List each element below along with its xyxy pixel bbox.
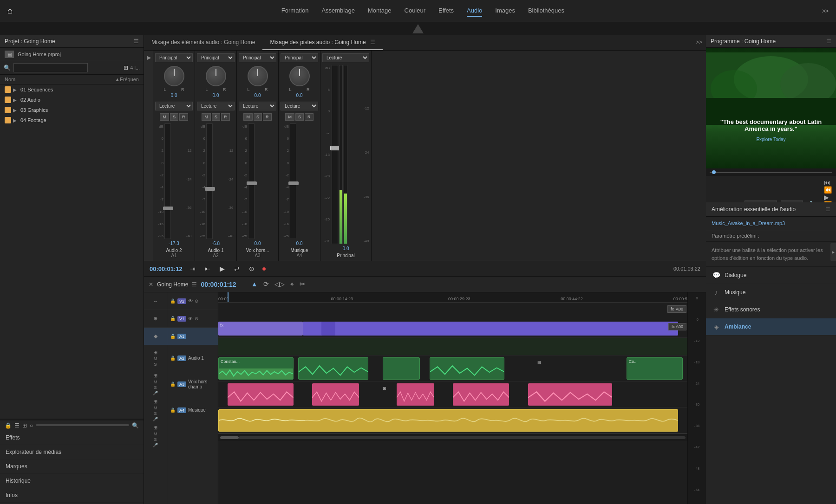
panel-item-effets[interactable]: Effets [0,431,144,445]
clip-a2-3[interactable] [383,357,420,380]
track-tool-1[interactable]: ↔ [153,298,158,304]
grid-view-icon[interactable]: ⊞ [124,65,128,71]
tab-menu-icon[interactable]: ☰ [370,39,375,45]
track-icon-m2[interactable]: M [154,380,157,384]
tab-mixage-elements[interactable]: Mixage des éléments audio : Going Home [144,35,262,50]
clip-a3-1[interactable] [228,383,293,406]
tag-dialogue-button[interactable]: 💬 Dialogue [706,267,836,284]
grid-icon[interactable]: ⊞ [22,422,27,429]
list-item[interactable]: ▶ 04 Footage [0,115,144,125]
list-item[interactable]: ▶ 03 Graphics [0,105,144,115]
mixer-expand-arrow[interactable]: ▶ [144,51,153,261]
mixer-more-icon[interactable]: >> [692,35,706,50]
tag-ambiance-button[interactable]: ◈ Ambiance [706,318,836,336]
clip-a2-5[interactable]: Co... [627,357,683,380]
list-item[interactable]: ▶ 02 Audio [0,95,144,105]
program-menu-icon[interactable]: ☰ [826,38,831,45]
nav-bibliotheques[interactable]: Bibliothèques [528,5,564,17]
solo-button-a3[interactable]: S [254,113,262,121]
transport-out-point[interactable]: ⇤ [203,264,212,273]
list-item[interactable]: ▶ 01 Sequences [0,84,144,95]
project-file-row[interactable]: ▤ Going Home.prproj [0,48,144,61]
clip-v1-1[interactable]: fx [218,322,303,336]
record-button-a1[interactable]: R [179,113,188,121]
fader-handle-a3[interactable] [247,181,257,185]
transport-loop[interactable]: ⇄ [232,264,242,273]
track-icon-s[interactable]: S [154,362,157,367]
nav-formation[interactable]: Formation [281,5,309,17]
track-icon-m[interactable]: M [154,356,157,361]
folder-toggle[interactable]: ▶ [13,118,19,123]
tool-rate[interactable]: ⌖ [288,279,296,289]
clip-a3-5[interactable] [528,383,613,406]
record-button-a3[interactable]: R [263,113,272,121]
lock-icon-v2[interactable]: 🔒 [170,298,176,304]
nav-images[interactable]: Images [495,5,515,17]
sort-icon[interactable]: ▲ [115,77,120,82]
clip-a3-3[interactable] [397,383,434,406]
solo-button-a2[interactable]: S [212,113,220,121]
mute-button-a4[interactable]: M [285,113,294,121]
tag-musique-button[interactable]: ♪ Musique [706,284,836,301]
clip-a2-2[interactable] [298,357,369,380]
folder-toggle[interactable]: ▶ [13,97,19,103]
track-tool-2[interactable]: ⊕ [153,316,157,322]
fader-handle-a2[interactable] [205,187,215,191]
clip-a4-music[interactable] [218,409,678,432]
panel-item-marques[interactable]: Marques [0,459,144,474]
search-icon-2[interactable]: 🔍 [132,422,139,429]
lock-icon-v1[interactable]: 🔒 [170,316,176,321]
knob-a3[interactable] [248,66,268,86]
channel-a1-main-dropdown[interactable]: Principal [155,53,193,62]
mic-icon-2[interactable]: 🎤 [153,417,158,421]
channel-a2-main-dropdown[interactable]: Principal [197,53,235,62]
channel-a2-send-dropdown[interactable]: Lecture [197,102,235,110]
tool-razor[interactable]: ✂ [298,279,307,289]
eye-icon-v1[interactable]: 👁 [188,316,193,321]
mute-button-a1[interactable]: M [160,113,169,121]
lock-icon[interactable]: 🔒 [5,422,12,429]
knob-a1[interactable] [164,66,184,86]
list-view-icon[interactable]: ☰ [14,422,20,429]
clip-a3-4[interactable] [453,383,509,406]
mute-button-a3[interactable]: M [243,113,253,121]
track-tool-4[interactable]: ⊞ [153,349,157,355]
scroll-track[interactable] [239,436,686,439]
timeline-menu-icon[interactable]: ☰ [192,281,197,288]
track-icon-s3[interactable]: S [154,411,157,416]
solo-button-a4[interactable]: S [295,113,304,121]
nav-audio[interactable]: Audio [467,5,482,17]
channel-a4-send-dropdown[interactable]: Lecture [281,102,318,110]
scroll-thumb[interactable] [220,436,239,439]
sync-icon-v2[interactable]: ⊙ [195,298,198,304]
transport-play[interactable]: ▶ [218,264,227,273]
record-button-a2[interactable]: R [221,113,230,121]
track-icon-s2[interactable]: S [154,385,157,390]
channel-a3-send-dropdown[interactable]: Lecture [239,102,276,110]
lock-icon-a2[interactable]: 🔒 [170,355,176,361]
track-tool-6[interactable]: ⊞ [153,399,157,405]
project-menu-icon[interactable]: ☰ [134,38,139,45]
track-tool-5[interactable]: ⊞ [153,373,157,379]
lock-icon-a1[interactable]: 🔒 [170,334,176,339]
home-icon[interactable]: ⌂ [7,6,13,16]
panel-expand-tab[interactable]: ▶ [830,243,836,261]
lock-icon-a3[interactable]: 🔒 [170,381,176,387]
knob-a2[interactable] [206,66,226,86]
tool-ripple[interactable]: ⟳ [261,279,271,289]
clip-a2-1[interactable]: Constan... [218,357,294,380]
tag-effets-button[interactable]: ✳ Effets sonores [706,301,836,318]
panel-item-infos[interactable]: Infos [0,488,144,503]
sync-icon-v1[interactable]: ⊙ [195,316,198,321]
clip-a3-2[interactable] [312,383,359,406]
timeline-scrollbar[interactable] [218,433,687,441]
channel-a4-main-dropdown[interactable]: Principal [281,53,318,62]
mute-button-a2[interactable]: M [202,113,211,121]
circle-icon[interactable]: ○ [30,422,33,429]
fader-handle-a4[interactable] [288,181,299,185]
track-tool-3[interactable]: ◆ [154,333,157,339]
tab-mixage-pistes[interactable]: Mixage des pistes audio : Going Home ☰ [262,35,382,50]
track-icon-m4[interactable]: M [154,432,157,436]
nav-montage[interactable]: Montage [368,5,392,17]
channel-a3-main-dropdown[interactable]: Principal [239,53,276,62]
